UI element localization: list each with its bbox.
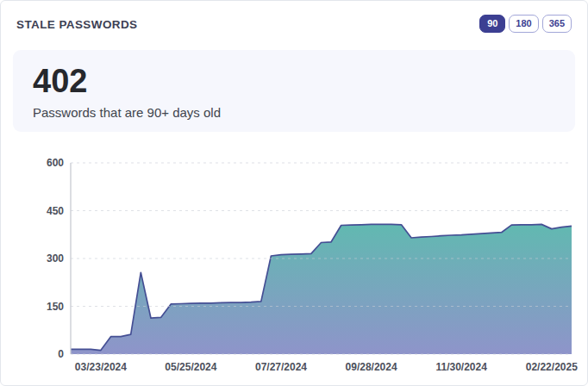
x-axis-label-3: 09/28/2024 (346, 361, 397, 373)
x-axis-label-1: 05/25/2024 (165, 361, 216, 373)
x-axis-label-0: 03/23/2024 (75, 361, 127, 373)
y-axis-label-450: 450 (47, 205, 64, 217)
y-axis-label-300: 300 (47, 252, 64, 265)
y-axis-label-150: 150 (47, 301, 64, 313)
series-area[interactable] (71, 224, 572, 354)
stat-value: 402 (33, 61, 555, 103)
range-button-90[interactable]: 90 (479, 15, 505, 33)
range-button-180[interactable]: 180 (509, 15, 538, 33)
chart-canvas[interactable]: 015030045060003/23/202405/25/202407/27/2… (1, 156, 588, 380)
range-toggle-group: 90180365 (479, 15, 572, 33)
stale-passwords-chart[interactable]: 015030045060003/23/202405/25/202407/27/2… (1, 156, 588, 380)
range-button-365[interactable]: 365 (542, 15, 572, 33)
card-title: STALE PASSWORDS (16, 18, 138, 31)
stat-description: Passwords that are 90+ days old (33, 105, 555, 120)
x-axis-label-2: 07/27/2024 (255, 361, 307, 373)
y-axis-label-0: 0 (58, 348, 64, 360)
stat-box: 402 Passwords that are 90+ days old (13, 50, 575, 132)
x-axis-label-4: 11/30/2024 (435, 361, 487, 373)
x-axis-label-5: 02/22/2025 (526, 361, 578, 373)
stale-passwords-card: STALE PASSWORDS 90180365 402 Passwords t… (0, 0, 588, 386)
y-axis-label-600: 600 (47, 157, 64, 169)
